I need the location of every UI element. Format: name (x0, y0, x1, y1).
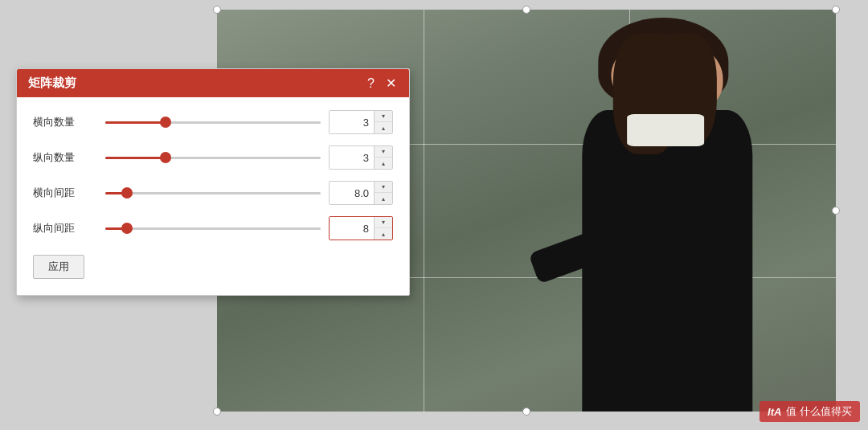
handle-top-center[interactable] (522, 6, 530, 14)
slider-vertical-gap[interactable] (105, 220, 321, 236)
handle-top-right[interactable] (832, 6, 840, 14)
label-horizontal-count: 横向数量 (33, 115, 97, 129)
input-group-horizontal-gap: ▾ ▴ (329, 181, 393, 205)
slider-horizontal-count[interactable] (105, 114, 321, 130)
spin-down-vertical-count[interactable]: ▾ (375, 146, 392, 158)
spin-buttons-horizontal-count: ▾ ▴ (374, 111, 392, 133)
spin-up-vertical-gap[interactable]: ▴ (375, 228, 392, 240)
spin-buttons-horizontal-gap: ▾ ▴ (374, 182, 392, 204)
input-horizontal-count[interactable] (330, 111, 374, 133)
label-vertical-count: 纵向数量 (33, 150, 97, 165)
spin-down-vertical-gap[interactable]: ▾ (375, 217, 392, 228)
spin-buttons-vertical-count: ▾ ▴ (374, 146, 392, 169)
input-group-vertical-gap: ▾ ▴ (329, 216, 393, 240)
label-horizontal-gap: 横向间距 (33, 186, 97, 200)
field-row-vertical-count: 纵向数量 ▾ ▴ (33, 145, 393, 170)
handle-bottom-left[interactable] (213, 407, 221, 416)
watermark-logo: ItA (768, 406, 781, 418)
apply-button[interactable]: 应用 (33, 255, 84, 279)
dialog-help-button[interactable]: ? (366, 77, 376, 90)
dialog-close-button[interactable]: ✕ (384, 77, 398, 90)
input-vertical-gap[interactable] (330, 217, 374, 240)
field-row-horizontal-gap: 横向间距 ▾ ▴ (33, 181, 393, 205)
spin-down-horizontal-count[interactable]: ▾ (375, 111, 392, 122)
slider-vertical-count[interactable] (105, 149, 321, 166)
field-row-vertical-gap: 纵向间距 ▾ ▴ (33, 216, 393, 240)
handle-bottom-center[interactable] (522, 407, 530, 416)
handle-middle-right[interactable] (832, 207, 840, 215)
watermark: ItA 值 什么值得买 (760, 401, 860, 422)
input-horizontal-gap[interactable] (330, 182, 374, 204)
input-vertical-count[interactable] (330, 146, 374, 169)
spin-down-horizontal-gap[interactable]: ▾ (375, 182, 392, 193)
handle-top-left[interactable] (213, 6, 221, 14)
watermark-site: 值 什么值得买 (786, 404, 852, 419)
input-group-horizontal-count: ▾ ▴ (329, 110, 393, 134)
matrix-crop-dialog: 矩阵裁剪 ? ✕ 横向数量 ▾ ▴ (16, 68, 410, 296)
label-vertical-gap: 纵向间距 (33, 221, 97, 235)
spin-up-horizontal-count[interactable]: ▴ (375, 122, 392, 133)
spin-up-vertical-count[interactable]: ▴ (375, 158, 392, 169)
input-group-vertical-count: ▾ ▴ (329, 145, 393, 170)
dialog-title: 矩阵裁剪 (28, 76, 76, 91)
dialog-header-actions: ? ✕ (366, 77, 398, 90)
dialog-body: 横向数量 ▾ ▴ 纵向数量 (17, 97, 409, 295)
spin-buttons-vertical-gap: ▾ ▴ (374, 217, 392, 240)
spin-up-horizontal-gap[interactable]: ▴ (375, 193, 392, 204)
field-row-horizontal-count: 横向数量 ▾ ▴ (33, 110, 393, 134)
dialog-header[interactable]: 矩阵裁剪 ? ✕ (17, 69, 409, 97)
slider-horizontal-gap[interactable] (105, 185, 321, 201)
